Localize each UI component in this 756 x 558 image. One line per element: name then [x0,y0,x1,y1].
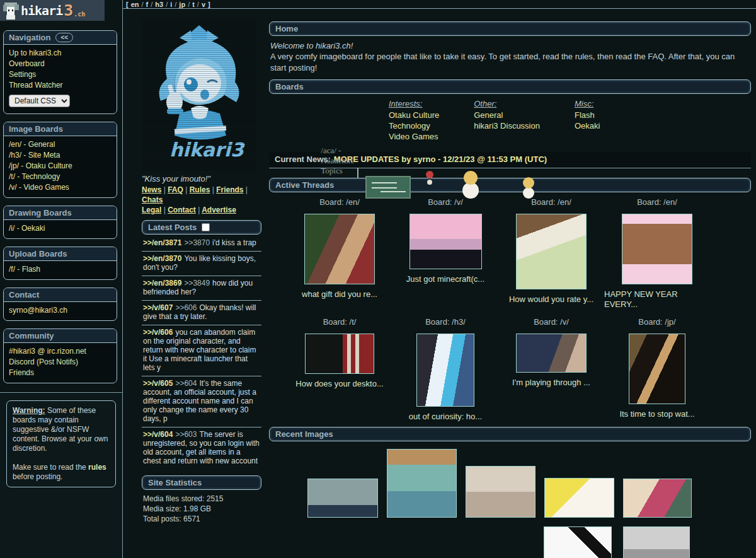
link-separator: | [212,185,214,194]
link-friends[interactable]: Friends [216,185,243,194]
post-link[interactable]: >>/v/604 [143,430,173,439]
thread-caption[interactable]: How does your deskto... [295,379,383,389]
link-advertise[interactable]: Advertise [202,206,236,214]
thread-thumbnail[interactable] [305,334,374,374]
warning-note: Make sure to read the rules before posti… [13,463,110,482]
upload-boards-header: Upload Boards [4,247,117,261]
post-quote-link[interactable]: >>603 [175,430,197,439]
thread-thumbnail[interactable] [622,214,692,284]
latest-post: >>/en/3871>>3870i'd kiss a trap [142,236,261,251]
board-banner[interactable]: /aca/ - Academic Topics [357,168,358,178]
post-quote-link[interactable]: >>3849 [184,279,210,288]
link-news[interactable]: News [142,185,161,194]
link-rules[interactable]: Rules [190,185,210,194]
board-link-general[interactable]: General [474,110,540,120]
latest-posts-title: Latest Posts [148,223,197,232]
post-link[interactable]: >>/v/607 [143,303,173,312]
thread-caption[interactable]: How would you rate y... [509,294,593,305]
boardlist-link-t[interactable]: t [192,1,195,8]
link-chats[interactable]: Chats [142,195,163,204]
post-quote-link[interactable]: >>606 [175,303,197,312]
board-link-hikari3-discussion[interactable]: hikari3 Discussion [474,120,540,131]
contact-header: Contact [4,288,117,302]
board-columns: Interests: Otaku Culture Technology Vide… [389,99,751,142]
thread-thumbnail[interactable] [304,214,375,284]
boardlist-separator: / [142,1,144,8]
recent-image-thumbnail[interactable] [623,526,690,558]
collapse-sidebar-button[interactable]: << [55,33,73,42]
board-link-oekaki[interactable]: Oekaki [575,120,600,131]
mascot-image: hikari3 [142,19,256,170]
welcome-block: Welcome to hikari3.ch! A very comfy imag… [270,40,750,74]
site-logo-link[interactable]: hikari3.ch [0,0,105,21]
boardlist-link-en[interactable]: en [131,1,139,8]
thread-caption[interactable]: Its time to stop wat... [619,409,694,419]
link-contact[interactable]: Contact [168,206,196,214]
contact-email-link[interactable]: syrno@hikari3.ch [9,305,112,316]
board-link-flash[interactable]: Flash [575,110,600,120]
thread-caption[interactable]: what gift did you re... [302,289,377,299]
community-link-discord[interactable]: Discord (Post Notifs) [9,357,112,368]
board-link-otaku-culture[interactable]: Otaku Culture [389,110,439,120]
board-link-f[interactable]: /f/ - Flash [9,264,112,275]
nav-link-settings[interactable]: Settings [9,69,112,80]
rules-link[interactable]: rules [88,463,106,472]
post-text: i'd kiss a trap [212,238,256,247]
recent-image-thumbnail[interactable] [544,478,614,518]
board-link-v[interactable]: /v/ - Video Games [9,182,112,193]
thread-thumbnail[interactable] [516,214,587,289]
post-link[interactable]: >>/en/3869 [143,279,181,288]
board-column-misc: Misc: Flash Oekaki [575,99,600,142]
thread-thumbnail[interactable] [516,334,587,373]
post-link[interactable]: >>/v/605 [143,379,173,388]
latest-posts-toggle-checkbox[interactable] [202,223,210,231]
boardlist-link-f[interactable]: f [146,1,149,8]
thread-board-label: Board: /en/ [637,197,677,207]
news-link[interactable]: MORE UPDATES by syrno - 12/21/23 @ 11:53… [334,154,547,164]
nav-link-thread-watcher[interactable]: Thread Watcher [9,80,112,91]
thread-cell: Board: /jp/ Its time to stop wat... [604,317,710,422]
board-link-t[interactable]: /t/ - Technology [9,171,112,182]
boardlist-link-h3[interactable]: h3 [155,1,163,8]
community-link-irc[interactable]: #hikari3 @ irc.rizon.net [9,346,112,357]
middle-column: hikari3 "Kiss your imouto!" News | FAQ |… [142,9,261,558]
community-link-friends[interactable]: Friends [9,368,112,378]
board-link-technology[interactable]: Technology [389,120,439,131]
board-link-en[interactable]: /en/ - General [9,139,112,150]
post-quote-link[interactable]: >>604 [175,379,197,388]
link-legal[interactable]: Legal [142,206,161,214]
recent-image-thumbnail[interactable] [623,479,692,518]
recent-image-thumbnail[interactable] [544,526,612,558]
post-link[interactable]: >>/v/606 [143,328,173,337]
link-faq[interactable]: FAQ [168,185,183,194]
thread-thumbnail[interactable] [410,214,482,269]
latest-post: >>/v/606you can abandom claim on the ori… [142,325,261,376]
post-link[interactable]: >>/en/3870 [143,254,181,263]
thread-cell: Board: /en/ what gift did you re... [287,197,392,310]
board-link-h3[interactable]: /h3/ - Site Meta [9,150,112,161]
thread-caption[interactable]: Just got minecraft(c... [406,274,484,284]
navigation-header: Navigation << [4,31,117,45]
post-link[interactable]: >>/en/3871 [143,238,181,247]
board-link-jp[interactable]: /jp/ - Otaku Culture [9,161,112,171]
thread-caption[interactable]: out of curiosity: ho... [409,412,482,422]
recent-image-thumbnail[interactable] [307,479,378,518]
css-selector[interactable]: Default CSS [9,95,70,107]
boardlist-link-jp[interactable]: jp [179,1,185,8]
boardlist-link-v[interactable]: v [202,1,205,8]
thread-caption[interactable]: I'm playing through ... [512,378,590,388]
boardlist-link-i[interactable]: i [170,1,172,8]
nav-link-overboard[interactable]: Overboard [9,59,112,69]
recent-image-thumbnail[interactable] [387,449,457,518]
board-link-video-games[interactable]: Video Games [389,131,439,142]
thread-thumbnail[interactable] [629,334,685,404]
board-link-i[interactable]: /i/ - Oekaki [9,223,112,234]
post-quote-link[interactable]: >>3870 [184,238,210,247]
thread-thumbnail[interactable] [416,334,474,407]
nav-link-up-to-hikari3[interactable]: Up to hikari3.ch [9,48,112,59]
link-separator: | [246,185,248,194]
upload-boards-box: Upload Boards /f/ - Flash [3,247,117,280]
recent-image-thumbnail[interactable] [466,466,536,518]
thread-caption[interactable]: HAPPY NEW YEAR EVERY... [604,289,710,310]
recent-images-header: Recent Images [269,427,751,441]
